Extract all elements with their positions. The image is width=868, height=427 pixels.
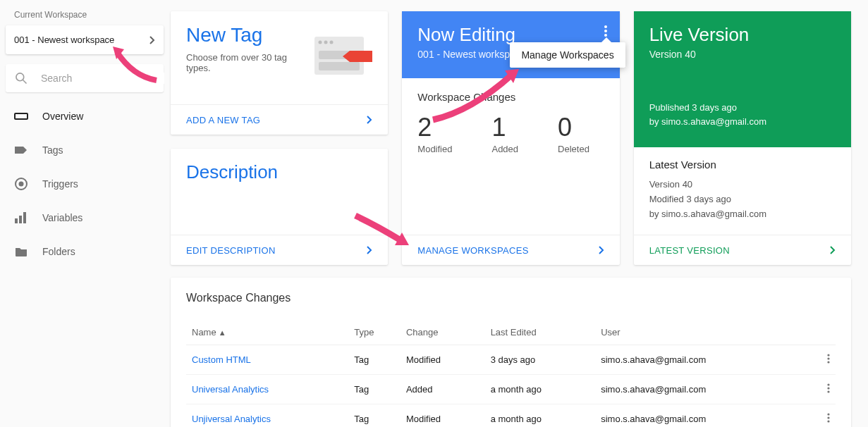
workspace-changes-table-title: Workspace Changes — [186, 292, 836, 304]
latest-version-number: Version 40 — [649, 178, 836, 192]
svg-point-29 — [827, 361, 829, 363]
live-by-line: by simo.s.ahava@gmail.com — [649, 115, 836, 129]
live-published-line: Published 3 days ago — [649, 101, 836, 115]
chevron-right-icon — [149, 36, 155, 44]
current-workspace-label: Current Workspace — [0, 10, 169, 25]
add-new-tag-button[interactable]: ADD A NEW TAG — [171, 104, 388, 135]
row-change: Modified — [401, 404, 485, 427]
nav-label: Folders — [42, 246, 75, 257]
manage-workspaces-button[interactable]: MANAGE WORKSPACES — [402, 235, 619, 265]
latest-modified-line: Modified 3 days ago — [649, 192, 836, 207]
nav: Overview Tags Triggers Variables — [0, 99, 169, 268]
nav-label: Variables — [42, 212, 82, 223]
stat-deleted-value: 0 — [558, 113, 589, 142]
svg-point-31 — [827, 387, 829, 389]
col-last-edited[interactable]: Last Edited — [485, 320, 596, 345]
svg-point-20 — [324, 41, 328, 44]
svg-point-30 — [827, 383, 829, 385]
stat-added-value: 1 — [491, 113, 518, 142]
latest-version-heading: Latest Version — [649, 159, 836, 171]
row-menu-button[interactable] — [816, 345, 836, 374]
nav-label: Triggers — [42, 178, 78, 190]
tag-illustration — [310, 32, 372, 79]
svg-point-27 — [827, 354, 829, 356]
svg-rect-7 — [19, 216, 22, 223]
row-name[interactable]: Custom HTML — [186, 345, 348, 374]
workspace-changes-heading: Workspace Changes — [417, 91, 604, 103]
edit-description-label: EDIT DESCRIPTION — [186, 245, 276, 256]
latest-by-line: by simo.s.ahava@gmail.com — [649, 207, 836, 222]
manage-workspaces-label: MANAGE WORKSPACES — [417, 245, 528, 256]
tag-icon — [14, 143, 28, 157]
col-user[interactable]: User — [595, 320, 816, 345]
row-menu-button[interactable] — [816, 404, 836, 427]
col-name[interactable]: Name▲ — [186, 320, 348, 345]
chevron-right-icon — [367, 245, 372, 256]
svg-point-5 — [19, 182, 24, 187]
nav-overview[interactable]: Overview — [0, 99, 169, 133]
svg-point-28 — [827, 357, 829, 359]
live-version-card: Live Version Version 40 Published 3 days… — [634, 11, 851, 265]
nav-folders[interactable]: Folders — [0, 235, 169, 268]
now-editing-card: Now Editing 001 - Newest workspace Manag… — [402, 11, 619, 265]
nav-tags[interactable]: Tags — [0, 133, 169, 167]
svg-point-33 — [827, 413, 829, 415]
variables-icon — [14, 211, 28, 225]
row-user: simo.s.ahava@gmail.com — [595, 345, 816, 374]
row-change: Modified — [401, 345, 485, 374]
search-input[interactable] — [41, 73, 164, 84]
svg-point-34 — [827, 416, 829, 419]
stat-deleted-label: Deleted — [558, 144, 589, 154]
svg-point-35 — [827, 420, 829, 422]
row-name[interactable]: Universal Analytics — [186, 374, 348, 404]
row-user: simo.s.ahava@gmail.com — [595, 374, 816, 404]
description-card: Description EDIT DESCRIPTION — [171, 149, 388, 265]
workspace-selector[interactable]: 001 - Newest workspace — [6, 25, 164, 54]
description-title: Description — [186, 161, 372, 183]
col-change[interactable]: Change — [401, 320, 485, 345]
row-type: Tag — [348, 374, 401, 404]
svg-point-32 — [827, 390, 829, 392]
nav-variables[interactable]: Variables — [0, 201, 169, 235]
stat-added-label: Added — [491, 144, 518, 154]
workspace-changes-table-card: Workspace Changes Name▲ Type Change Last… — [171, 278, 851, 427]
overview-icon — [14, 109, 28, 123]
folder-icon — [14, 245, 28, 259]
search-field[interactable] — [6, 64, 164, 92]
sort-asc-icon: ▲ — [219, 328, 226, 337]
svg-rect-8 — [23, 212, 26, 223]
search-icon — [14, 71, 28, 85]
svg-point-24 — [604, 25, 607, 28]
svg-point-26 — [604, 34, 607, 37]
manage-workspaces-tooltip[interactable]: Manage Workspaces — [510, 42, 625, 68]
row-last-edited: 3 days ago — [485, 345, 596, 374]
add-new-tag-label: ADD A NEW TAG — [186, 115, 260, 125]
live-version-title: Live Version — [649, 24, 836, 46]
nav-triggers[interactable]: Triggers — [0, 167, 169, 201]
workspace-name: 001 - Newest workspace — [14, 35, 114, 45]
row-type: Tag — [348, 404, 401, 427]
row-change: Added — [401, 374, 485, 404]
nav-label: Tags — [42, 144, 63, 156]
col-type[interactable]: Type — [348, 320, 401, 345]
row-last-edited: a month ago — [485, 404, 596, 427]
svg-point-21 — [330, 41, 334, 44]
workspace-changes-table: Name▲ Type Change Last Edited User Custo… — [186, 320, 836, 427]
svg-rect-23 — [319, 62, 360, 70]
table-row: Unjiversal AnalyticsTagModifieda month a… — [186, 404, 836, 427]
chevron-right-icon — [599, 245, 604, 256]
sidebar: Current Workspace 001 - Newest workspace — [0, 0, 169, 427]
edit-description-button[interactable]: EDIT DESCRIPTION — [171, 235, 388, 265]
latest-version-button[interactable]: LATEST VERSION — [634, 235, 851, 265]
stat-modified-label: Modified — [417, 144, 452, 154]
latest-version-label: LATEST VERSION — [649, 245, 730, 256]
new-tag-card: New Tag Choose from over 30 tag types. — [171, 11, 388, 135]
live-version-subtitle: Version 40 — [649, 49, 836, 60]
row-name[interactable]: Unjiversal Analytics — [186, 404, 348, 427]
chevron-right-icon — [830, 245, 836, 256]
row-last-edited: a month ago — [485, 374, 596, 404]
svg-point-25 — [604, 30, 607, 32]
trigger-icon — [14, 177, 28, 191]
svg-point-0 — [16, 73, 24, 81]
row-menu-button[interactable] — [816, 374, 836, 404]
